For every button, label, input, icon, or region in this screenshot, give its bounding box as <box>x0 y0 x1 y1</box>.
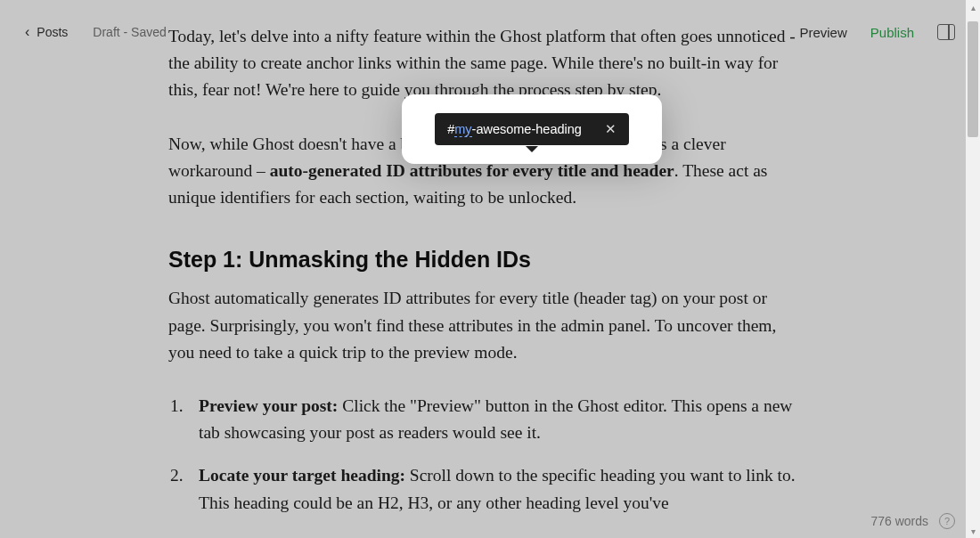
scroll-up-icon[interactable]: ▴ <box>966 0 980 14</box>
publish-button[interactable]: Publish <box>870 25 914 40</box>
preview-button[interactable]: Preview <box>799 25 846 40</box>
scroll-down-icon[interactable]: ▾ <box>966 524 980 538</box>
scrollbar[interactable]: ▴ ▾ <box>966 0 980 538</box>
editor-footer: 776 words ? <box>870 513 955 529</box>
editor-canvas[interactable]: Today, let's delve into a nifty feature … <box>0 0 980 538</box>
back-label: Posts <box>37 25 68 39</box>
scroll-thumb[interactable] <box>968 21 978 137</box>
help-icon[interactable]: ? <box>939 513 955 529</box>
list-item[interactable]: Locate your target heading: Scroll down … <box>168 462 801 516</box>
ordered-list[interactable]: Preview your post: Click the "Preview" b… <box>168 393 801 517</box>
settings-panel-icon[interactable] <box>937 24 955 40</box>
link-url-text[interactable]: #my-awesome-heading <box>447 122 582 136</box>
paragraph[interactable]: Ghost automatically generates ID attribu… <box>168 285 801 366</box>
close-icon[interactable]: ✕ <box>605 121 617 137</box>
editor-topbar: ‹ Posts Draft - Saved Preview Publish <box>0 0 980 64</box>
back-to-posts[interactable]: ‹ Posts <box>25 25 68 39</box>
word-count: 776 words <box>870 514 928 528</box>
link-tooltip-popover: #my-awesome-heading ✕ <box>402 94 662 164</box>
list-item[interactable]: Preview your post: Click the "Preview" b… <box>168 393 801 446</box>
chevron-left-icon: ‹ <box>25 25 29 39</box>
save-status: Draft - Saved <box>93 25 166 39</box>
link-tooltip: #my-awesome-heading ✕ <box>435 113 629 145</box>
post-content[interactable]: Today, let's delve into a nifty feature … <box>168 0 801 502</box>
step-1-heading[interactable]: Step 1: Unmasking the Hidden IDs <box>168 247 801 273</box>
